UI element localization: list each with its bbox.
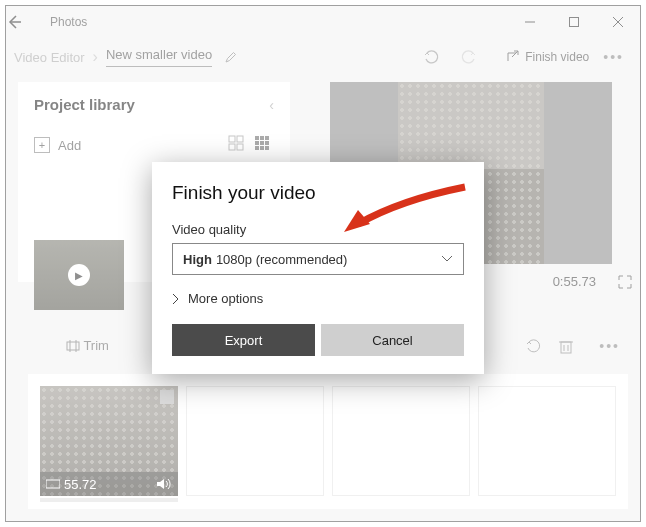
quality-value-bold: High <box>183 252 212 267</box>
finish-video-dialog: Finish your video Video quality High 108… <box>152 162 484 374</box>
more-options-toggle[interactable]: More options <box>172 291 464 306</box>
more-options-label: More options <box>188 291 263 306</box>
export-button[interactable]: Export <box>172 324 315 356</box>
chevron-right-icon <box>172 293 180 305</box>
quality-value-rest: 1080p (recommended) <box>216 252 348 267</box>
quality-select[interactable]: High 1080p (recommended) <box>172 243 464 275</box>
chevron-down-icon <box>441 255 453 263</box>
dialog-title: Finish your video <box>172 182 464 204</box>
app-window: Photos Video Editor › New smaller video … <box>5 5 641 522</box>
quality-label: Video quality <box>172 222 464 237</box>
cancel-button[interactable]: Cancel <box>321 324 464 356</box>
